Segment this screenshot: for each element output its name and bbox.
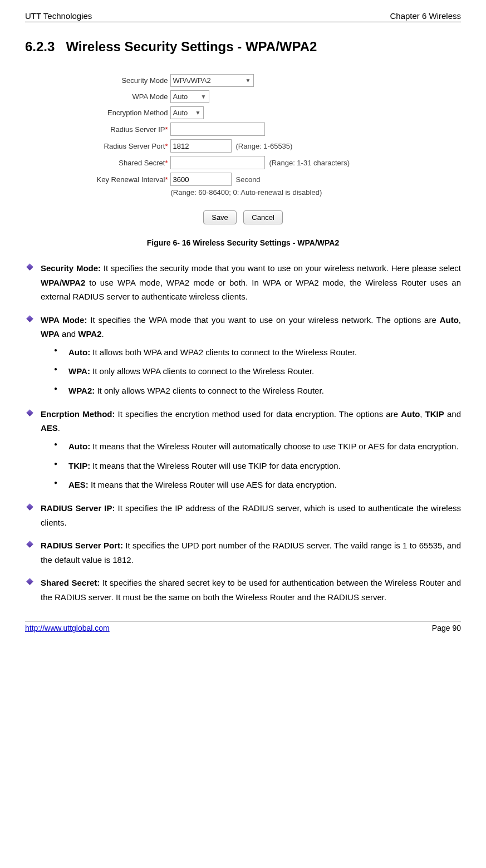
chevron-down-icon: ▼	[246, 77, 251, 84]
select-security-mode[interactable]: WPA/WPA2 ▼	[170, 74, 254, 87]
chevron-down-icon: ▼	[195, 110, 201, 116]
label-radius-ip: Radius Server IP*	[76, 125, 170, 134]
label-radius-port: Radius Server Port*	[76, 142, 170, 150]
page-header: UTT Technologies Chapter 6 Wireless	[25, 11, 461, 22]
label-wpa-mode: WPA Mode	[76, 92, 170, 101]
unit-key-renewal: Second	[236, 175, 261, 184]
term-radius-port: RADIUS Server Port:	[41, 541, 123, 550]
save-button[interactable]: Save	[203, 210, 237, 224]
header-left: UTT Technologies	[25, 11, 92, 21]
desc-security-mode: Security Mode: It specifies the security…	[25, 261, 461, 304]
description-list: Security Mode: It specifies the security…	[25, 261, 461, 604]
hint-shared-secret: (Range: 1-31 characters)	[269, 159, 350, 167]
hint-key-renewal-range: (Range: 60-86400; 0: Auto-renewal is dis…	[171, 188, 410, 197]
footer-page-number: Page 90	[432, 624, 461, 632]
footer-link[interactable]: http://www.uttglobal.com	[25, 624, 110, 632]
desc-wpa-wpa2: WPA2: It only allows WPA2 clients to con…	[46, 384, 461, 398]
input-key-renewal[interactable]	[170, 173, 232, 186]
label-encryption-method: Encryption Method	[76, 109, 170, 117]
desc-enc-tkip: TKIP: It means that the Wireless Router …	[46, 459, 461, 473]
select-encryption-method[interactable]: Auto ▼	[170, 106, 204, 119]
select-wpa-mode[interactable]: Auto ▼	[170, 90, 209, 103]
input-radius-port[interactable]	[170, 139, 232, 153]
label-key-renewal: Key Renewal Interval*	[76, 175, 170, 184]
desc-enc-aes: AES: It means that the Wireless Router w…	[46, 478, 461, 492]
hint-radius-port: (Range: 1-65535)	[236, 142, 293, 150]
term-wpa-mode: WPA Mode:	[41, 315, 87, 325]
form-button-row: Save Cancel	[76, 210, 410, 224]
term-radius-ip: RADIUS Server IP:	[41, 503, 115, 513]
desc-radius-port: RADIUS Server Port: It specifies the UPD…	[25, 538, 461, 567]
select-security-mode-value: WPA/WPA2	[173, 76, 211, 85]
desc-wpa-mode: WPA Mode: It specifies the WPA mode that…	[25, 313, 461, 398]
select-wpa-mode-value: Auto	[173, 92, 188, 101]
settings-form-figure: Security Mode WPA/WPA2 ▼ WPA Mode Auto ▼…	[76, 74, 410, 224]
desc-shared-secret: Shared Secret: It specifies the shared s…	[25, 576, 461, 604]
label-security-mode: Security Mode	[76, 76, 170, 85]
select-encryption-method-value: Auto	[173, 109, 188, 117]
page-footer: http://www.uttglobal.com Page 90	[25, 621, 461, 632]
document-page: UTT Technologies Chapter 6 Wireless 6.2.…	[0, 0, 486, 644]
figure-caption: Figure 6- 16 Wireless Security Settings …	[25, 238, 461, 247]
label-shared-secret: Shared Secret*	[76, 159, 170, 167]
desc-encryption: Encrption Method: It specifies the encry…	[25, 407, 461, 492]
input-radius-ip[interactable]	[170, 122, 265, 136]
chevron-down-icon: ▼	[201, 94, 207, 100]
section-number: 6.2.3	[25, 39, 55, 54]
section-title: Wireless Security Settings - WPA/WPA2	[66, 39, 317, 54]
term-security-mode: Security Mode:	[41, 263, 101, 273]
term-encryption: Encrption Method:	[41, 409, 115, 419]
header-right: Chapter 6 Wireless	[390, 11, 461, 21]
desc-radius-ip: RADIUS Server IP: It specifies the IP ad…	[25, 501, 461, 529]
desc-enc-auto: Auto: It means that the Wireless Router …	[46, 440, 461, 454]
term-shared-secret: Shared Secret:	[41, 578, 100, 587]
desc-wpa-wpa: WPA: It only allows WPA clients to conne…	[46, 365, 461, 379]
desc-wpa-auto: Auto: It allows both WPA and WPA2 client…	[46, 346, 461, 360]
section-heading: 6.2.3Wireless Security Settings - WPA/WP…	[25, 39, 461, 55]
cancel-button[interactable]: Cancel	[243, 210, 282, 224]
input-shared-secret[interactable]	[170, 156, 265, 169]
